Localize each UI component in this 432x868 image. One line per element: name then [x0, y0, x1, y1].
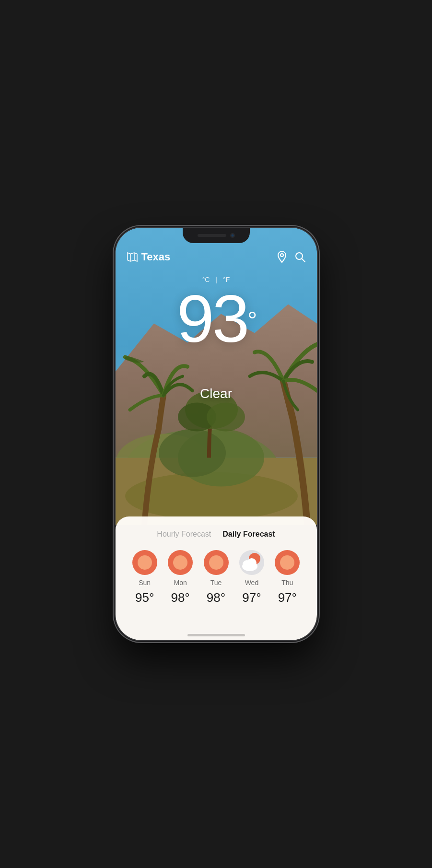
day-label-thu: Thu — [281, 579, 293, 586]
temperature-value: 93° — [177, 285, 256, 352]
forecast-day-wed: Wed 97° — [234, 550, 269, 605]
temp-degree-symbol: ° — [247, 307, 255, 334]
speaker — [198, 234, 226, 237]
weather-condition: Clear — [200, 386, 232, 401]
day-temp-thu: 97° — [278, 590, 297, 605]
partly-cloudy-icon — [239, 550, 264, 575]
day-label-tue: Tue — [210, 579, 222, 586]
forecast-day-mon: Mon 98° — [163, 550, 198, 605]
sun-icon-sun — [132, 550, 157, 575]
condition-text: Clear — [200, 386, 232, 401]
day-label-wed: Wed — [245, 579, 259, 586]
sun-icon-thu — [275, 550, 300, 575]
forecast-day-thu: Thu 97° — [269, 550, 305, 605]
forecast-day-sun: Sun 95° — [127, 550, 163, 605]
temp-number: 93 — [177, 281, 248, 356]
svg-point-7 — [159, 429, 226, 477]
sun-icon-mon — [168, 550, 193, 575]
tab-hourly[interactable]: Hourly Forecast — [157, 528, 211, 540]
svg-point-13 — [280, 254, 283, 257]
main-temperature: 93° — [177, 285, 256, 352]
forecast-day-tue: Tue 98° — [198, 550, 234, 605]
location-button[interactable] — [277, 251, 287, 263]
location-icon — [277, 251, 287, 263]
forecast-tabs: Hourly Forecast Daily Forecast — [125, 528, 307, 540]
sun-glow-thu — [280, 555, 294, 570]
forecast-panel: Hourly Forecast Daily Forecast Sun 95° — [116, 516, 317, 640]
svg-line-15 — [302, 259, 305, 262]
phone-frame: Texas °C | °F — [116, 228, 317, 640]
search-button[interactable] — [295, 252, 305, 262]
cloud-icon-wed — [239, 550, 264, 575]
background-scene — [116, 228, 317, 525]
sun-glow-sun — [138, 555, 152, 570]
day-temp-wed: 97° — [242, 590, 261, 605]
day-label-mon: Mon — [174, 579, 187, 586]
day-label-sun: Sun — [139, 579, 151, 586]
day-temp-tue: 98° — [207, 590, 225, 605]
front-camera — [230, 233, 235, 238]
home-indicator — [187, 634, 245, 636]
search-icon — [295, 252, 305, 262]
notch — [183, 228, 250, 243]
svg-point-10 — [207, 403, 245, 432]
location-label[interactable]: Texas — [127, 251, 171, 263]
location-name: Texas — [141, 251, 171, 263]
sun-icon-tue — [204, 550, 229, 575]
day-temp-mon: 98° — [171, 590, 189, 605]
svg-point-19 — [247, 558, 257, 568]
sun-glow-mon — [173, 555, 187, 570]
daily-forecast-row: Sun 95° Mon 98° Tue 98° — [125, 550, 307, 605]
screen: Texas °C | °F — [116, 228, 317, 640]
tab-daily[interactable]: Daily Forecast — [222, 528, 275, 540]
day-temp-sun: 95° — [135, 590, 154, 605]
top-icons — [277, 251, 305, 263]
map-icon — [127, 252, 138, 262]
sun-glow-tue — [209, 555, 223, 570]
